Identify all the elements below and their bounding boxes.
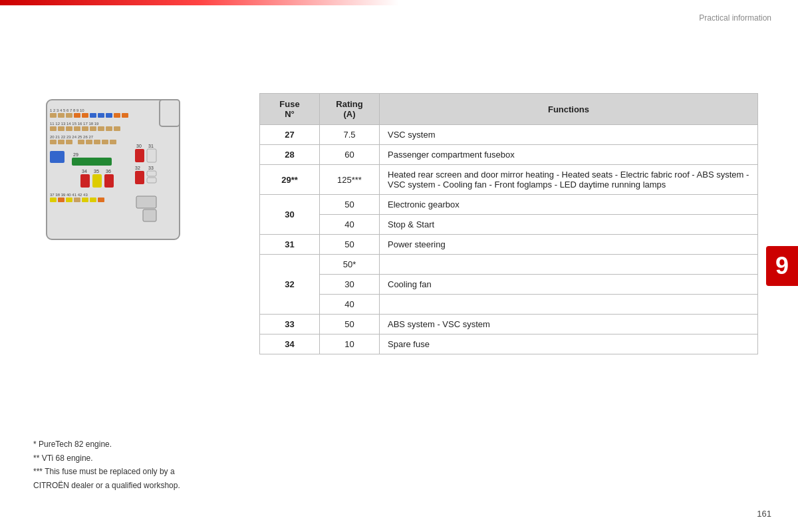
svg-rect-31 (110, 140, 116, 144)
table-row: 33 50 ABS system - VSC system (260, 315, 758, 334)
table-row: 27 7.5 VSC system (260, 125, 758, 145)
svg-rect-58 (136, 196, 156, 208)
svg-rect-29 (94, 140, 100, 144)
fuse-number: 27 (260, 125, 320, 145)
svg-rect-10 (106, 113, 112, 118)
fuse-function: ABS system - VSC system (380, 315, 758, 334)
svg-rect-28 (86, 140, 92, 144)
svg-rect-6 (74, 113, 80, 118)
fuse-number: 30 (260, 195, 320, 235)
fuse-number: 29** (260, 165, 320, 195)
fuse-function: Heated rear screen and door mirror heati… (380, 165, 758, 195)
fuse-rating: 40 (320, 295, 380, 315)
svg-rect-52 (58, 198, 65, 202)
svg-rect-59 (143, 209, 156, 221)
table-row: 40 (260, 295, 758, 315)
svg-rect-3 (50, 113, 57, 118)
svg-rect-22 (114, 126, 120, 131)
fuse-rating: 50 (320, 315, 380, 334)
svg-text:36: 36 (106, 169, 111, 174)
fuse-rating: 50 (320, 195, 380, 215)
footnote-4: CITROËN dealer or a qualified workshop. (33, 479, 180, 492)
svg-text:35: 35 (94, 169, 99, 174)
fuse-number: 31 (260, 235, 320, 255)
svg-rect-48 (92, 174, 102, 188)
fuse-table-area: FuseN° Rating(A) Functions 27 7.5 VSC sy… (259, 93, 758, 354)
svg-rect-27 (78, 140, 84, 144)
section-title: Practical information (699, 13, 771, 23)
svg-rect-47 (80, 174, 90, 188)
svg-rect-36 (50, 151, 65, 163)
footnote-2: ** VTi 68 engine. (33, 452, 180, 465)
svg-rect-4 (58, 113, 65, 118)
fuse-table: FuseN° Rating(A) Functions 27 7.5 VSC sy… (259, 93, 758, 354)
table-row: 30 50 Electronic gearbox (260, 195, 758, 215)
svg-rect-24 (50, 140, 57, 144)
svg-rect-42 (147, 171, 156, 176)
fuse-number: 32 (260, 255, 320, 315)
svg-rect-16 (66, 126, 72, 131)
svg-rect-49 (104, 174, 114, 188)
svg-rect-38 (72, 158, 112, 166)
table-row: 29** 125*** Heated rear screen and door … (260, 165, 758, 195)
top-decoration-bar (0, 0, 399, 5)
table-row: 28 60 Passenger compartment fusebox (260, 145, 758, 165)
svg-rect-21 (106, 126, 112, 131)
table-row: 31 50 Power steering (260, 235, 758, 255)
fuse-box-svg: 1 2 3 4 5 6 7 8 9 10 11 12 13 14 15 16 1… (40, 93, 206, 259)
col-header-fuse: FuseN° (260, 94, 320, 125)
table-row: 40 Stop & Start (260, 215, 758, 235)
svg-text:30: 30 (136, 144, 142, 148)
svg-rect-17 (74, 126, 80, 131)
fuse-function: Spare fuse (380, 334, 758, 354)
fuse-rating: 125*** (320, 165, 380, 195)
fuse-function: VSC system (380, 125, 758, 145)
svg-rect-34 (135, 149, 144, 162)
svg-text:34: 34 (82, 169, 87, 174)
svg-rect-53 (66, 198, 72, 202)
svg-text:32: 32 (135, 166, 140, 170)
fuse-rating: 40 (320, 215, 380, 235)
svg-text:20 21 22  23 24 25 26 27: 20 21 22 23 24 25 26 27 (50, 135, 94, 139)
svg-rect-26 (66, 140, 72, 144)
fuse-rating: 10 (320, 334, 380, 354)
fuse-rating: 30 (320, 275, 380, 295)
table-row: 34 10 Spare fuse (260, 334, 758, 354)
col-header-functions: Functions (380, 94, 758, 125)
svg-rect-20 (98, 126, 104, 131)
svg-rect-18 (82, 126, 88, 131)
fuse-function (380, 255, 758, 275)
fuse-diagram: 1 2 3 4 5 6 7 8 9 10 11 12 13 14 15 16 1… (40, 93, 233, 266)
svg-text:1 2 3 4 5 6 7 8 9 10: 1 2 3 4 5 6 7 8 9 10 (50, 108, 84, 112)
svg-rect-40 (135, 171, 144, 184)
svg-rect-1 (160, 100, 180, 126)
table-row: 32 50* (260, 255, 758, 275)
svg-rect-51 (50, 198, 57, 202)
svg-rect-8 (90, 113, 96, 118)
svg-rect-9 (98, 113, 104, 118)
fuse-function: Electronic gearbox (380, 195, 758, 215)
fuse-rating: 60 (320, 145, 380, 165)
svg-text:31: 31 (148, 144, 154, 148)
svg-rect-14 (50, 126, 57, 131)
svg-text:37 38 39 40 41 42 43: 37 38 39 40 41 42 43 (50, 193, 88, 197)
fuse-number: 28 (260, 145, 320, 165)
col-header-rating: Rating(A) (320, 94, 380, 125)
fuse-function: Power steering (380, 235, 758, 255)
footnotes-section: * PureTech 82 engine. ** VTi 68 engine. … (33, 438, 180, 492)
svg-rect-55 (82, 198, 88, 202)
fuse-function: Cooling fan (380, 275, 758, 295)
svg-text:33: 33 (148, 166, 154, 170)
svg-rect-30 (102, 140, 108, 144)
footnote-3: *** This fuse must be replaced only by a (33, 465, 180, 478)
chapter-number: 9 (775, 252, 789, 280)
section-header: Practical information (699, 13, 771, 23)
fuse-function (380, 295, 758, 315)
fuse-function: Passenger compartment fusebox (380, 145, 758, 165)
svg-rect-11 (114, 113, 120, 118)
fuse-number: 33 (260, 315, 320, 334)
svg-rect-5 (66, 113, 72, 118)
svg-text:29: 29 (73, 152, 78, 157)
svg-rect-7 (82, 113, 88, 118)
svg-rect-57 (98, 198, 104, 202)
